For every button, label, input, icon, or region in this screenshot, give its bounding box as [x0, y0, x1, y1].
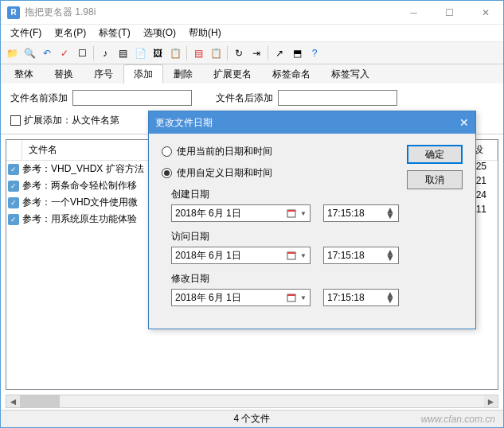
date-value: 2018年 6月 1日 [175, 291, 241, 305]
scroll-right-icon[interactable]: ► [484, 395, 498, 407]
tab-delete[interactable]: 删除 [163, 64, 203, 84]
suffix-label: 文件名后添加 [216, 91, 273, 105]
spinner-icon[interactable]: ▲▼ [385, 292, 395, 303]
tab-tag-name[interactable]: 标签命名 [262, 64, 321, 84]
create-date-label: 创建日期 [171, 188, 463, 201]
menu-options[interactable]: 选项(O) [137, 25, 182, 41]
modify-time-picker[interactable]: 17:15:18 ▲▼ [323, 289, 399, 306]
audio-icon[interactable]: ♪ [97, 45, 113, 61]
menu-help[interactable]: 帮助(H) [182, 25, 228, 41]
chevron-down-icon: ▼ [300, 294, 307, 302]
titlebar: R 拖把更名器 1.98i ─ ☐ ✕ [1, 1, 503, 25]
date-value: 2018年 6月 1日 [175, 207, 241, 220]
maximize-button[interactable]: ☐ [432, 1, 467, 25]
window-title: 拖把更名器 1.98i [25, 6, 396, 19]
app-icon: R [7, 6, 20, 19]
status-count: 4 个文件 [233, 412, 270, 426]
radio-custom-label: 使用自定义日期和时间 [177, 166, 272, 180]
tab-tag-write[interactable]: 标签写入 [321, 64, 380, 84]
video-icon[interactable]: ▤ [115, 45, 131, 61]
dialog-close-icon[interactable]: ✕ [459, 116, 469, 129]
list-icon[interactable]: ▤ [190, 45, 206, 61]
time-value: 17:15:18 [327, 292, 365, 303]
check-icon: ✓ [8, 197, 19, 208]
svg-rect-1 [287, 210, 295, 212]
scrollbar-thumb[interactable] [20, 395, 60, 407]
create-time-picker[interactable]: 17:15:18 ▲▼ [323, 204, 399, 222]
calendar-icon [286, 208, 297, 219]
chevron-down-icon: ▼ [300, 210, 307, 217]
folder-open-icon[interactable]: 📁 [4, 45, 20, 61]
spinner-icon[interactable]: ▲▼ [385, 208, 395, 219]
radio-custom-datetime[interactable] [162, 168, 172, 178]
tab-ext-rename[interactable]: 扩展更名 [203, 64, 262, 84]
modify-date-picker[interactable]: 2018年 6月 1日 ▼ [171, 289, 311, 306]
export-icon[interactable]: ⇥ [248, 45, 264, 61]
check-icon: ✓ [8, 214, 19, 225]
statusbar: 4 个文件 www.cfan.com.cn [1, 410, 503, 427]
check-icon: ✓ [8, 181, 19, 192]
undo-icon[interactable]: ↶ [39, 45, 55, 61]
radio-current-datetime[interactable] [162, 146, 172, 157]
help-icon[interactable]: ? [307, 45, 322, 61]
tab-replace[interactable]: 替换 [44, 64, 84, 84]
tab-whole[interactable]: 整体 [4, 64, 44, 84]
separator [268, 46, 268, 60]
modify-date-label: 修改日期 [171, 272, 463, 286]
radio-current-label: 使用当前的日期和时间 [177, 145, 272, 158]
menu-rename[interactable]: 更名(P) [48, 25, 92, 41]
search-icon[interactable]: 🔍 [21, 45, 37, 61]
separator [93, 46, 94, 60]
chevron-down-icon: ▼ [300, 252, 307, 259]
ext-add-checkbox[interactable] [10, 115, 21, 126]
paste-icon[interactable]: 📋 [208, 45, 224, 61]
menu-file[interactable]: 文件(F) [4, 25, 48, 41]
time-value: 17:15:18 [327, 208, 365, 219]
dialog-titlebar[interactable]: 更改文件日期 ✕ [149, 111, 475, 134]
time-value: 17:15:18 [327, 250, 365, 261]
tab-number[interactable]: 序号 [84, 64, 123, 84]
separator [227, 46, 228, 60]
minimize-button[interactable]: ─ [396, 1, 432, 25]
main-window: R 拖把更名器 1.98i ─ ☐ ✕ 文件(F) 更名(P) 标签(T) 选项… [0, 0, 504, 428]
image-icon[interactable]: 🖼 [150, 45, 166, 61]
tag-icon[interactable]: ⬒ [289, 45, 305, 61]
ext-add-label: 扩展添加：从文件名第 [24, 114, 119, 127]
calendar-icon [286, 250, 297, 261]
prefix-input[interactable] [72, 90, 192, 106]
access-date-label: 访问日期 [171, 230, 463, 243]
close-button[interactable]: ✕ [467, 1, 503, 25]
suffix-input[interactable] [278, 90, 397, 106]
toolbar: 📁 🔍 ↶ ✓ ☐ ♪ ▤ 📄 🖼 📋 ▤ 📋 ↻ ⇥ ↗ ⬒ ? [1, 42, 503, 64]
date-value: 2018年 6月 1日 [175, 249, 241, 263]
watermark: www.cfan.com.cn [421, 414, 495, 425]
clipboard-icon[interactable]: 📋 [167, 45, 183, 61]
share-icon[interactable]: ↗ [272, 45, 287, 61]
spinner-icon[interactable]: ▲▼ [385, 250, 395, 261]
cancel-button[interactable]: 取消 [407, 170, 463, 189]
tabstrip: 整体 替换 序号 添加 删除 扩展更名 标签命名 标签写入 [1, 64, 503, 84]
separator [186, 46, 187, 60]
scroll-left-icon[interactable]: ◄ [6, 395, 20, 407]
check-icon: ✓ [8, 164, 19, 175]
ok-button[interactable]: 确定 [407, 145, 463, 164]
access-date-picker[interactable]: 2018年 6月 1日 ▼ [171, 247, 311, 264]
check-icon[interactable]: ✓ [57, 45, 72, 61]
horizontal-scrollbar[interactable]: ◄ ► [6, 395, 498, 408]
tab-add[interactable]: 添加 [123, 64, 163, 84]
doc-icon[interactable]: 📄 [132, 45, 148, 61]
menu-tag[interactable]: 标签(T) [92, 25, 136, 41]
svg-rect-5 [287, 294, 295, 296]
change-date-dialog: 更改文件日期 ✕ 确定 取消 使用当前的日期和时间 使用自定义日期和时间 创建日… [148, 111, 476, 329]
create-date-picker[interactable]: 2018年 6月 1日 ▼ [171, 204, 311, 222]
prefix-label: 文件名前添加 [10, 91, 68, 105]
svg-rect-3 [287, 252, 295, 254]
menubar: 文件(F) 更名(P) 标签(T) 选项(O) 帮助(H) [1, 25, 503, 42]
access-time-picker[interactable]: 17:15:18 ▲▼ [323, 247, 399, 264]
refresh-icon[interactable]: ↻ [231, 45, 247, 61]
calendar-icon [286, 292, 297, 303]
uncheck-icon[interactable]: ☐ [74, 45, 90, 61]
dialog-title: 更改文件日期 [155, 116, 459, 130]
